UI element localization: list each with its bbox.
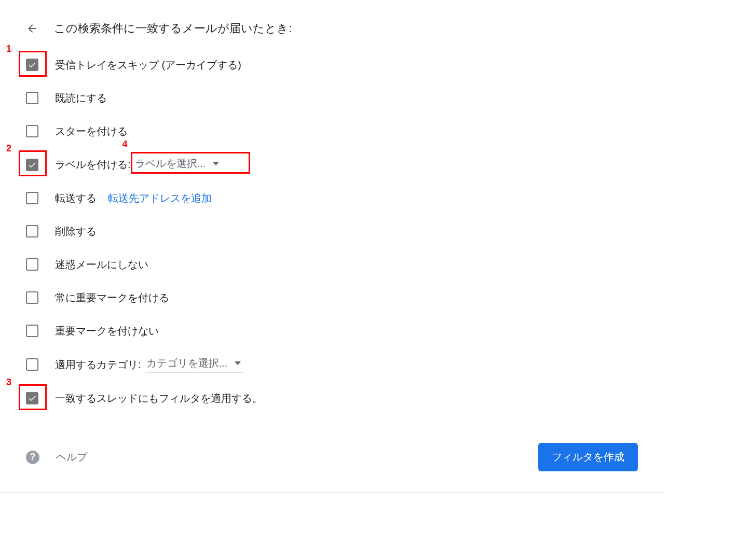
label-never-spam: 迷惑メールにしない (55, 258, 148, 272)
label-never-important: 重要マークを付けない (55, 324, 159, 338)
option-category: 適用するカテゴリ: カテゴリを選択... (26, 356, 638, 373)
label-dropdown[interactable]: ラベルを選択... (134, 157, 223, 173)
annotation-3: 3 (6, 377, 11, 388)
label-skip-inbox: 受信トレイをスキップ (アーカイブする) (55, 58, 241, 72)
option-star: スターを付ける (26, 123, 638, 139)
label-star: スターを付ける (55, 124, 128, 138)
chevron-down-icon (213, 162, 219, 165)
help-label[interactable]: ヘルプ (56, 450, 87, 464)
option-never-important: 重要マークを付けない (26, 323, 638, 339)
checkbox-never-important[interactable] (26, 325, 38, 337)
label-delete: 削除する (55, 225, 97, 239)
annotation-2: 2 (6, 143, 11, 154)
checkbox-apply-label[interactable] (26, 159, 38, 171)
label-dropdown-text: ラベルを選択... (135, 157, 206, 171)
label-forward: 転送する (55, 191, 97, 205)
category-dropdown-text: カテゴリを選択... (146, 356, 228, 370)
option-forward: 転送する 転送先アドレスを追加 (26, 190, 638, 206)
footer-row: ? ヘルプ フィルタを作成 (26, 443, 638, 471)
annotation-4: 4 (122, 139, 128, 150)
category-dropdown[interactable]: カテゴリを選択... (145, 356, 244, 373)
filter-actions-panel: この検索条件に一致するメールが届いたとき: 1 受信トレイをスキップ (アーカイ… (0, 0, 664, 493)
header-row: この検索条件に一致するメールが届いたとき: (26, 21, 638, 36)
create-filter-button[interactable]: フィルタを作成 (538, 443, 638, 471)
label-category: 適用するカテゴリ: (55, 358, 141, 372)
label-apply-label: ラベルを付ける: (55, 158, 131, 172)
label-apply-existing: 一致するスレッドにもフィルタを適用する。 (55, 391, 263, 405)
checkbox-forward[interactable] (26, 192, 38, 204)
checkbox-skip-inbox[interactable] (26, 59, 38, 71)
checkbox-delete[interactable] (26, 225, 38, 237)
option-apply-label: 2 ラベルを付ける: 4 ラベルを選択... (26, 157, 638, 173)
option-apply-existing: 3 一致するスレッドにもフィルタを適用する。 (26, 390, 638, 406)
checkbox-never-spam[interactable] (26, 258, 38, 271)
help-icon[interactable]: ? (26, 451, 39, 464)
add-forward-address-link[interactable]: 転送先アドレスを追加 (108, 191, 212, 205)
option-always-important: 常に重要マークを付ける (26, 290, 638, 305)
back-arrow-icon[interactable] (26, 22, 38, 35)
option-delete: 削除する (26, 223, 638, 239)
checkbox-star[interactable] (26, 125, 38, 137)
label-mark-read: 既読にする (55, 91, 107, 105)
header-title: この検索条件に一致するメールが届いたとき: (54, 21, 292, 36)
checkbox-always-important[interactable] (26, 291, 38, 304)
checkbox-category[interactable] (26, 358, 38, 371)
label-always-important: 常に重要マークを付ける (55, 291, 169, 305)
help-group: ? ヘルプ (26, 450, 87, 464)
option-skip-inbox: 1 受信トレイをスキップ (アーカイブする) (26, 57, 638, 73)
annotation-1: 1 (6, 44, 11, 54)
option-mark-read: 既読にする (26, 90, 638, 106)
option-never-spam: 迷惑メールにしない (26, 257, 638, 272)
checkbox-apply-existing[interactable] (26, 392, 38, 404)
chevron-down-icon (235, 361, 241, 365)
checkbox-mark-read[interactable] (26, 92, 38, 104)
